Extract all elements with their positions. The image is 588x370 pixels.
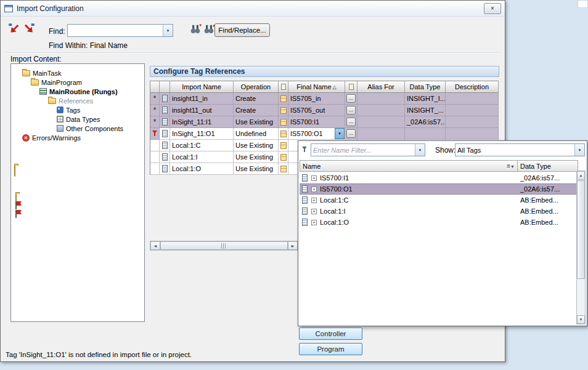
- column-header-import-name[interactable]: Import Name: [170, 81, 234, 93]
- column-header-data-type[interactable]: Data Type: [518, 160, 578, 172]
- close-button[interactable]: ×: [484, 3, 501, 14]
- column-header-description[interactable]: Description: [446, 81, 499, 93]
- program-scope-button[interactable]: Program: [299, 343, 362, 355]
- browser-row[interactable]: Local:1:OAB:Embed...: [300, 217, 578, 228]
- row-selector[interactable]: [150, 151, 160, 163]
- operation-cell[interactable]: Use Existing: [234, 163, 279, 175]
- data-type-cell[interactable]: INSIGHT_...: [405, 105, 446, 116]
- column-header-blank-0[interactable]: [150, 81, 160, 93]
- tree-item-tags[interactable]: Tags: [11, 105, 144, 115]
- scroll-up-button[interactable]: ▲: [577, 171, 585, 180]
- alias-for-cell[interactable]: [357, 128, 405, 140]
- browser-row[interactable]: Local:1:IAB:Embed...: [300, 206, 578, 217]
- controller-scope-button[interactable]: Controller: [299, 328, 362, 340]
- browser-row[interactable]: Local:1:CAB:Embed...: [300, 195, 578, 206]
- name-filter-dropdown-button[interactable]: ▼: [415, 144, 425, 156]
- description-cell[interactable]: [446, 93, 499, 105]
- operation-cell[interactable]: Create: [234, 105, 279, 116]
- scroll-right-button[interactable]: ►: [288, 241, 298, 250]
- column-header-name[interactable]: Name ≡▼: [300, 160, 518, 172]
- column-header-blank-4[interactable]: [279, 81, 288, 93]
- operation-cell[interactable]: Use Existing: [234, 151, 279, 163]
- import-name-cell[interactable]: insight11_in: [170, 93, 234, 105]
- final-name-cell[interactable]: IS5700:I1: [288, 116, 345, 128]
- find-next-icon[interactable]: [189, 23, 202, 35]
- description-cell[interactable]: [446, 128, 499, 140]
- show-dropdown-button[interactable]: ▼: [574, 144, 584, 156]
- find-dropdown-button[interactable]: ▼: [163, 25, 173, 36]
- final-name-cell[interactable]: IS5700:O1▼: [288, 128, 345, 140]
- tree-item-mainroutine-rungs[interactable]: MainRoutine (Rungs): [11, 87, 144, 96]
- import-name-cell[interactable]: Local:1:O: [170, 163, 234, 175]
- browse-ellipsis-button[interactable]: ...: [346, 118, 356, 126]
- import-name-cell[interactable]: InSight_11:O1: [170, 128, 234, 140]
- data-type-cell[interactable]: _02A6:is57...: [405, 116, 446, 128]
- final-name-cell[interactable]: IS5705_out: [288, 105, 345, 116]
- alias-for-cell[interactable]: [357, 116, 405, 128]
- import-name-cell[interactable]: InSight_11:I1: [170, 116, 234, 128]
- tree-item-maintask[interactable]: MainTask: [11, 68, 144, 78]
- browser-row[interactable]: IS5700:I1_02A6:is57...: [300, 172, 578, 183]
- row-selector[interactable]: [150, 140, 160, 151]
- expand-plus-icon[interactable]: [311, 175, 317, 181]
- operation-cell[interactable]: Use Existing: [234, 140, 279, 151]
- column-header-alias-for[interactable]: Alias For: [357, 81, 405, 93]
- final-name-cell[interactable]: IS5705_in: [288, 93, 345, 105]
- name-filter-combobox[interactable]: ▼: [311, 143, 425, 156]
- import-name-cell[interactable]: Local:1:I: [170, 151, 234, 163]
- find-input[interactable]: [68, 25, 163, 36]
- title-bar[interactable]: Import Configuration ×: [1, 1, 505, 17]
- row-selector[interactable]: [150, 163, 160, 175]
- data-type-cell[interactable]: INSIGHT_I...: [405, 93, 446, 105]
- column-header-final-name[interactable]: Final Name△: [288, 81, 345, 93]
- expand-plus-icon[interactable]: [311, 187, 317, 192]
- browse-ellipsis-button[interactable]: ...: [346, 94, 356, 103]
- scrollbar-thumb[interactable]: [577, 180, 585, 279]
- column-header-blank-1[interactable]: [160, 81, 170, 93]
- row-selector[interactable]: *: [150, 105, 160, 116]
- tree-item-mainprogram[interactable]: MainProgram: [11, 78, 144, 87]
- description-cell[interactable]: [446, 105, 499, 116]
- scroll-down-button[interactable]: ▼: [577, 315, 585, 324]
- scroll-left-button[interactable]: ◄: [150, 241, 160, 250]
- column-header-blank-6[interactable]: [345, 81, 357, 93]
- browse-ellipsis-button[interactable]: ...: [346, 129, 356, 138]
- row-selector[interactable]: *: [150, 93, 160, 105]
- find-previous-icon[interactable]: [203, 23, 215, 35]
- row-selector[interactable]: [150, 128, 160, 140]
- tree-item-label: Errors/Warnings: [32, 134, 81, 142]
- column-header-data-type[interactable]: Data Type: [405, 81, 446, 93]
- import-arrow-right-icon[interactable]: [23, 23, 35, 35]
- expand-plus-icon[interactable]: [311, 198, 317, 203]
- operation-cell[interactable]: Undefined: [234, 128, 279, 140]
- final-name-combobox[interactable]: IS5700:O1▼: [288, 128, 345, 139]
- description-cell[interactable]: [446, 116, 499, 128]
- browse-ellipsis-button[interactable]: ...: [346, 106, 356, 115]
- tree-item-data-types[interactable]: Data Types: [11, 115, 144, 124]
- alias-for-cell[interactable]: [357, 105, 405, 116]
- find-replace-button[interactable]: Find/Replace...: [214, 23, 270, 37]
- show-combobox[interactable]: All Tags ▼: [455, 143, 585, 156]
- operation-cell[interactable]: Use Existing: [234, 116, 279, 128]
- sort-menu-icon[interactable]: ≡▼: [507, 163, 515, 169]
- scrollbar-thumb[interactable]: [160, 241, 288, 250]
- row-selector[interactable]: *: [150, 116, 160, 128]
- import-name-cell[interactable]: insight11_out: [170, 105, 234, 116]
- import-name-cell[interactable]: Local:1:C: [170, 140, 234, 151]
- vertical-scrollbar[interactable]: ▲ ▼: [576, 171, 586, 324]
- browser-row[interactable]: IS5700:O1_02A6:is57...: [300, 183, 578, 195]
- alias-for-cell[interactable]: [357, 93, 405, 105]
- name-filter-input[interactable]: [311, 144, 415, 156]
- tree-item-errors-warnings[interactable]: Errors/Warnings: [11, 133, 144, 142]
- column-header-operation[interactable]: Operation: [234, 81, 279, 93]
- expand-plus-icon[interactable]: [311, 220, 317, 225]
- horizontal-scrollbar[interactable]: ◄ ►: [150, 241, 298, 251]
- expand-plus-icon[interactable]: [311, 209, 317, 214]
- tree-item-other-components[interactable]: Other Components: [11, 124, 144, 133]
- operation-cell[interactable]: Create: [234, 93, 279, 105]
- tree-item-references[interactable]: References: [11, 96, 144, 105]
- combo-open-button[interactable]: ▼: [335, 128, 345, 139]
- import-arrow-left-icon[interactable]: [8, 23, 20, 35]
- find-combobox[interactable]: ▼: [67, 24, 173, 37]
- data-type-cell[interactable]: [405, 128, 446, 140]
